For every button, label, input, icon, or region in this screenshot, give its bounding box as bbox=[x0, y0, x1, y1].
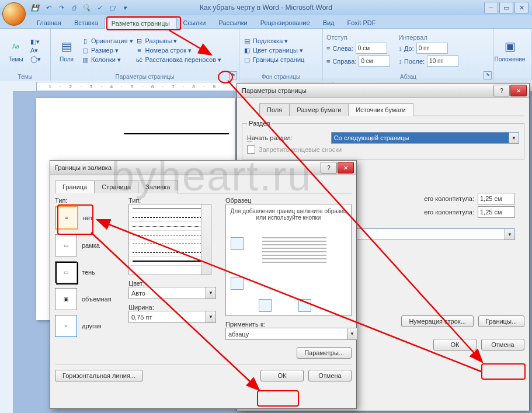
horizontal-line-button[interactable]: Горизонтальная линия... bbox=[55, 370, 143, 381]
options-button[interactable]: Параметры... bbox=[297, 347, 352, 359]
office-button[interactable] bbox=[2, 2, 26, 26]
ps-ok-button[interactable]: ОК bbox=[433, 339, 477, 350]
dlg-help-button[interactable]: ? bbox=[493, 85, 510, 96]
qat-undo-icon[interactable]: ↶ bbox=[42, 2, 54, 13]
tab-review[interactable]: Рецензирование bbox=[254, 18, 317, 28]
qat-save-icon[interactable]: 💾 bbox=[29, 2, 41, 13]
page-borders-button[interactable]: ▢Границы страниц bbox=[243, 55, 304, 64]
space-after-input[interactable]: 10 пт bbox=[427, 55, 458, 67]
pagesetup-launcher[interactable]: ⬊ bbox=[229, 71, 237, 79]
borders-button-dlg[interactable]: Границы... bbox=[478, 315, 524, 327]
bdlg-tab-page[interactable]: Страница bbox=[94, 181, 138, 193]
minimize-button[interactable]: ─ bbox=[484, 2, 498, 13]
bdlg-tab-shading[interactable]: Заливка bbox=[138, 181, 178, 193]
width-dropdown[interactable]: 0,75 пт ▼ bbox=[128, 311, 216, 323]
preview-bottom-button[interactable] bbox=[231, 277, 244, 290]
indent-left-input[interactable]: 0 см bbox=[356, 43, 387, 54]
type-box-icon: ▭ bbox=[55, 234, 77, 256]
group-paragraph-title: Абзац bbox=[323, 74, 493, 80]
indent-right-label: Справа: bbox=[332, 58, 356, 65]
ps-cancel-button[interactable]: Отмена bbox=[481, 339, 524, 350]
space-before-label: До: bbox=[404, 45, 414, 52]
space-before-icon: ↕ bbox=[398, 45, 402, 52]
header-distance-label: его колонтитула: bbox=[424, 195, 474, 202]
tab-home[interactable]: Главная bbox=[30, 18, 68, 28]
qat-preview-icon[interactable]: 🔍 bbox=[81, 2, 92, 13]
bdlg-ok-button[interactable]: ОК bbox=[260, 370, 304, 381]
preview-box: Для добавления границ щелкните образец и… bbox=[225, 204, 352, 316]
close-button[interactable]: ✕ bbox=[514, 2, 528, 13]
preview-left-button[interactable] bbox=[259, 299, 272, 312]
watermark-button[interactable]: ▤Подложка ▾ bbox=[243, 37, 304, 45]
type-3d[interactable]: ▣ объемная bbox=[55, 288, 119, 310]
tab-view[interactable]: Вид bbox=[317, 18, 341, 28]
bdlg-tab-borders[interactable]: Граница bbox=[55, 181, 95, 193]
ps-tab-paper[interactable]: Размер бумаги bbox=[289, 103, 349, 116]
qat-redo-icon[interactable]: ↷ bbox=[55, 2, 67, 13]
type-box[interactable]: ▭ рамка bbox=[55, 234, 119, 256]
qat-new-icon[interactable]: ▢ bbox=[106, 2, 118, 13]
position-button[interactable]: ▣ Положение bbox=[498, 30, 522, 71]
section-start-combo[interactable]: Со следующей страницы ▼ bbox=[331, 132, 519, 144]
theme-colors-icon[interactable]: ◧▾ bbox=[30, 38, 41, 46]
type-shadow-label: тень bbox=[82, 269, 95, 276]
maximize-button[interactable]: ▭ bbox=[499, 2, 513, 13]
qat-spell-icon[interactable]: ✓ bbox=[93, 2, 105, 13]
line-numbers-button-dlg[interactable]: Нумерация строк... bbox=[401, 315, 473, 327]
type-none-icon: ≡ bbox=[55, 206, 78, 230]
page-borders-icon: ▢ bbox=[243, 55, 251, 64]
columns-button[interactable]: ▥Колонки ▾ bbox=[81, 55, 133, 64]
orientation-button[interactable]: ▯Ориентация ▾ bbox=[81, 37, 133, 45]
breaks-icon: ⊟ bbox=[135, 37, 144, 45]
size-button[interactable]: ▢Размер ▾ bbox=[81, 46, 133, 54]
group-themes-title: Темы bbox=[0, 74, 50, 80]
bdlg-close-button[interactable]: ✕ bbox=[338, 162, 354, 173]
type-custom[interactable]: ≡ другая bbox=[55, 315, 119, 337]
tab-foxit[interactable]: Foxit PDF bbox=[341, 18, 383, 28]
style-listbox[interactable] bbox=[128, 204, 211, 275]
color-dropdown[interactable]: Авто ▼ bbox=[128, 287, 216, 299]
spacing-header: Интервал bbox=[398, 34, 458, 41]
page-color-button[interactable]: ◧Цвет страницы ▾ bbox=[243, 46, 304, 54]
qat-open-icon[interactable]: ▾ bbox=[119, 2, 131, 13]
tab-mailings[interactable]: Рассылки bbox=[212, 18, 253, 28]
hyphenation-button[interactable]: ьсРасстановка переносов ▾ bbox=[135, 55, 222, 64]
space-before-input[interactable]: 0 пт bbox=[416, 43, 448, 54]
suppress-endnotes-checkbox[interactable] bbox=[247, 145, 255, 154]
ribbon: Aa Темы ◧▾ A▾ ◯▾ Темы ▤ Поля ▯Ориентация… bbox=[0, 29, 532, 82]
preview-hint: Для добавления границ щелкните образец и… bbox=[226, 204, 351, 224]
ps-tab-layout[interactable]: Источник бумаги bbox=[348, 103, 413, 116]
themes-icon: Aa bbox=[8, 39, 24, 55]
position-label: Положение bbox=[495, 56, 526, 63]
bdlg-cancel-button[interactable]: Отмена bbox=[308, 370, 352, 381]
apply-to-dropdown[interactable]: абзацу ▼ bbox=[225, 328, 357, 340]
type-shadow[interactable]: ▭ тень bbox=[55, 261, 119, 283]
theme-fonts-icon[interactable]: A▾ bbox=[30, 47, 41, 54]
preview-top-button[interactable] bbox=[231, 237, 244, 250]
qat-print-icon[interactable]: ⎙ bbox=[68, 2, 79, 13]
section-start-value: Со следующей страницы bbox=[334, 134, 409, 141]
themes-label: Темы bbox=[8, 56, 23, 63]
line-numbers-button[interactable]: ≡Номера строк ▾ bbox=[135, 46, 222, 54]
tab-page-layout[interactable]: Разметка страницы bbox=[105, 18, 177, 29]
themes-button[interactable]: Aa Темы bbox=[4, 30, 28, 71]
tab-references[interactable]: Ссылки bbox=[177, 18, 213, 28]
borders-shading-dialog: Границы и заливка ? ✕ Граница Страница З… bbox=[50, 160, 357, 409]
bdlg-help-button[interactable]: ? bbox=[321, 162, 337, 173]
breaks-button[interactable]: ⊟Разрывы ▾ bbox=[135, 37, 222, 45]
margins-button[interactable]: ▤ Поля bbox=[54, 30, 79, 71]
margins-icon: ▤ bbox=[58, 39, 75, 55]
theme-effects-icon[interactable]: ◯▾ bbox=[30, 55, 41, 63]
indent-right-input[interactable]: 0 см bbox=[359, 55, 390, 67]
header-distance-input[interactable]: 1,25 см bbox=[478, 193, 515, 204]
apply-to-value: абзацу bbox=[228, 331, 249, 338]
paragraph-launcher[interactable]: ⬊ bbox=[484, 71, 492, 79]
section-start-label: Начать раздел: bbox=[247, 134, 293, 141]
style-scrollbar[interactable] bbox=[201, 204, 211, 275]
preview-right-button[interactable] bbox=[298, 299, 311, 312]
type-none[interactable]: ≡ нет bbox=[55, 206, 119, 230]
dlg-close-button[interactable]: ✕ bbox=[510, 85, 527, 96]
tab-insert[interactable]: Вставка bbox=[68, 18, 105, 28]
footer-distance-input[interactable]: 1,25 см bbox=[478, 206, 515, 218]
ps-tab-margins[interactable]: Поля bbox=[259, 103, 290, 116]
